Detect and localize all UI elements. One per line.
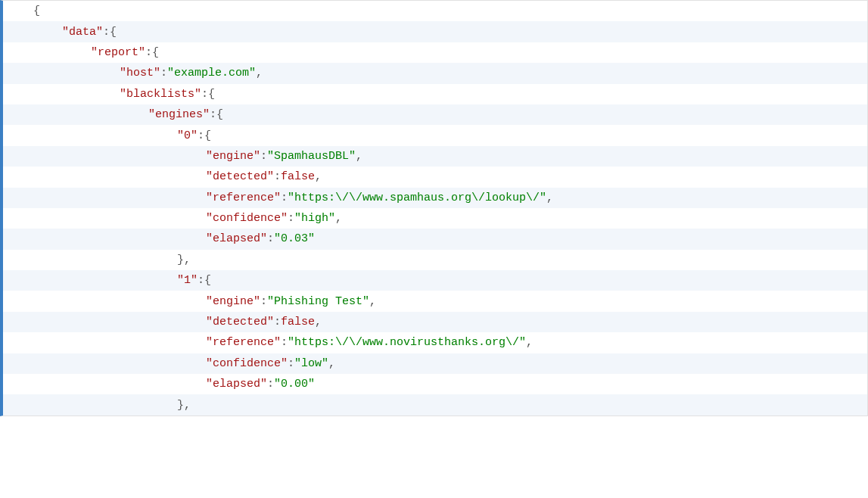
json-key: "0"	[177, 129, 198, 142]
json-string: "0.03"	[274, 232, 315, 245]
colon-brace: :{	[198, 274, 211, 287]
code-line: "confidence":"high",	[3, 208, 867, 229]
code-line: "report":{	[3, 42, 867, 63]
code-line: "0":{	[3, 125, 867, 145]
colon-brace: :{	[198, 129, 211, 142]
json-key: "elapsed"	[206, 378, 267, 391]
json-key: "engine"	[206, 295, 260, 308]
json-key: "confidence"	[206, 212, 288, 225]
json-keyword: false	[281, 316, 315, 328]
code-line: "1":{	[3, 270, 867, 291]
json-string: "example.com"	[167, 67, 256, 79]
json-key: "engines"	[148, 108, 210, 121]
code-line: },	[3, 250, 867, 270]
json-string: "0.00"	[274, 378, 315, 391]
json-key: "detected"	[206, 170, 274, 183]
json-key: "detected"	[206, 316, 274, 328]
comma: ,	[335, 212, 342, 225]
colon: :	[288, 212, 294, 225]
json-key: "reference"	[206, 191, 281, 204]
comma: ,	[356, 150, 362, 163]
code-line: {	[3, 1, 867, 21]
json-keyword: false	[281, 170, 315, 183]
json-string: "https:\/\/www.spamhaus.org\/lookup\/"	[288, 191, 546, 204]
code-line: "detected":false,	[3, 167, 867, 187]
comma: ,	[315, 170, 322, 183]
json-key: "1"	[177, 274, 198, 287]
json-key: "confidence"	[206, 357, 288, 370]
colon: :	[267, 232, 274, 245]
comma: ,	[328, 357, 335, 370]
code-line: "host":"example.com",	[3, 63, 867, 83]
json-key: "data"	[62, 26, 103, 39]
colon: :	[274, 170, 281, 183]
brace-open: {	[33, 5, 40, 17]
colon-brace: :{	[145, 46, 159, 59]
colon: :	[281, 336, 288, 349]
json-string: "SpamhausDBL"	[267, 150, 356, 163]
colon: :	[288, 357, 294, 370]
brace-close-comma: },	[177, 254, 191, 266]
code-line: "detected":false,	[3, 312, 867, 332]
code-line: "elapsed":"0.03"	[3, 229, 867, 249]
code-line: "data":{	[3, 21, 867, 42]
code-line: "reference":"https:\/\/www.spamhaus.org\…	[3, 188, 867, 208]
json-key: "reference"	[206, 336, 281, 349]
comma: ,	[546, 191, 553, 204]
colon: :	[260, 150, 267, 163]
comma: ,	[315, 316, 322, 328]
json-key: "host"	[120, 67, 160, 79]
comma: ,	[526, 336, 533, 349]
code-line: },	[3, 394, 867, 415]
code-line: "engine":"SpamhausDBL",	[3, 146, 867, 167]
json-string: "Phishing Test"	[267, 295, 369, 308]
colon: :	[160, 67, 167, 79]
comma: ,	[369, 295, 376, 308]
colon: :	[260, 295, 267, 308]
json-key: "blacklists"	[120, 88, 201, 101]
json-code-block: { "data":{ "report":{ "host":"example.co…	[0, 0, 868, 416]
code-line: "elapsed":"0.00"	[3, 374, 867, 394]
code-line: "reference":"https:\/\/www.novirusthanks…	[3, 332, 867, 353]
json-key: "elapsed"	[206, 232, 267, 245]
code-line: "blacklists":{	[3, 84, 867, 104]
code-line: "engines":{	[3, 104, 867, 125]
json-string: "low"	[294, 357, 328, 370]
json-string: "high"	[294, 212, 335, 225]
json-string: "https:\/\/www.novirusthanks.org\/"	[288, 336, 526, 349]
colon-brace: :{	[103, 26, 117, 39]
json-key: "engine"	[206, 150, 260, 163]
colon: :	[281, 191, 288, 204]
colon-brace: :{	[201, 88, 215, 101]
json-key: "report"	[91, 46, 145, 59]
brace-close-comma: },	[177, 399, 191, 412]
code-line: "engine":"Phishing Test",	[3, 291, 867, 311]
comma: ,	[256, 67, 263, 79]
colon: :	[267, 378, 274, 391]
code-line: "confidence":"low",	[3, 353, 867, 374]
colon-brace: :{	[210, 108, 223, 121]
colon: :	[274, 316, 281, 328]
